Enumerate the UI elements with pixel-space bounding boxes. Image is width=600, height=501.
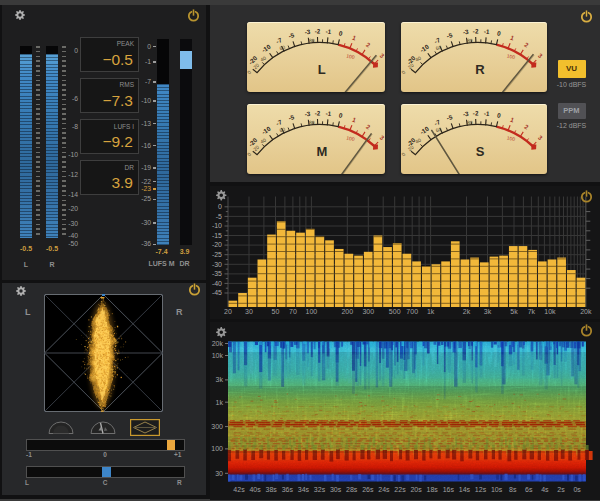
svg-text:-10: -10 <box>260 124 272 135</box>
svg-text:60: 60 <box>435 43 442 50</box>
svg-text:40s: 40s <box>249 486 261 493</box>
svg-text:40: 40 <box>259 54 267 62</box>
svg-text:L: L <box>318 61 326 76</box>
svg-text:100: 100 <box>506 52 516 60</box>
svg-text:70: 70 <box>289 308 297 315</box>
svg-text:100: 100 <box>346 134 356 142</box>
svg-text:R: R <box>475 61 485 76</box>
svg-text:-1: -1 <box>484 27 491 34</box>
svg-text:-3: -3 <box>304 27 311 35</box>
svg-text:2: 2 <box>365 40 372 48</box>
svg-text:2: 2 <box>523 122 530 130</box>
svg-text:20: 20 <box>224 308 232 315</box>
svg-text:10k: 10k <box>212 351 224 358</box>
svg-text:0: 0 <box>401 69 407 75</box>
svg-text:-1: -1 <box>325 109 332 116</box>
svg-text:40: 40 <box>414 136 422 144</box>
svg-text:200: 200 <box>341 308 353 315</box>
svg-text:-1: -1 <box>484 109 491 116</box>
svg-text:38s: 38s <box>266 486 278 493</box>
svg-text:30: 30 <box>245 308 253 315</box>
svg-text:6s: 6s <box>525 486 533 493</box>
svg-text:4s: 4s <box>541 486 549 493</box>
svg-text:8s: 8s <box>509 486 517 493</box>
svg-text:S: S <box>476 143 485 158</box>
svg-text:-2: -2 <box>314 27 320 34</box>
svg-text:-10: -10 <box>419 42 431 53</box>
svg-text:0: 0 <box>338 29 343 37</box>
svg-text:M: M <box>316 143 327 158</box>
svg-text:1: 1 <box>351 33 357 41</box>
svg-text:-10: -10 <box>212 222 222 229</box>
svg-text:-2: -2 <box>473 27 479 34</box>
svg-text:14s: 14s <box>459 486 471 493</box>
svg-text:-5: -5 <box>446 31 454 39</box>
svg-text:-5: -5 <box>287 113 295 121</box>
svg-text:-3: -3 <box>462 27 469 35</box>
svg-text:0: 0 <box>247 151 252 157</box>
svg-text:24s: 24s <box>378 486 390 493</box>
svg-text:10k: 10k <box>544 308 556 315</box>
svg-text:12s: 12s <box>475 486 487 493</box>
svg-text:30s: 30s <box>330 486 342 493</box>
svg-text:1: 1 <box>351 115 357 123</box>
svg-text:0: 0 <box>497 29 502 37</box>
svg-text:80: 80 <box>467 119 473 125</box>
svg-text:60: 60 <box>435 125 442 132</box>
svg-text:-25: -25 <box>212 250 222 257</box>
svg-text:36s: 36s <box>282 486 294 493</box>
svg-text:3: 3 <box>537 133 544 141</box>
svg-text:-10: -10 <box>419 124 431 135</box>
svg-text:10s: 10s <box>491 486 503 493</box>
svg-text:-15: -15 <box>212 231 222 238</box>
svg-text:7k: 7k <box>528 308 536 315</box>
svg-text:2: 2 <box>365 122 372 130</box>
svg-text:40: 40 <box>414 54 422 62</box>
svg-text:3k: 3k <box>216 376 224 383</box>
svg-text:1k: 1k <box>216 398 224 405</box>
svg-text:1: 1 <box>510 33 516 41</box>
svg-text:22s: 22s <box>394 486 406 493</box>
svg-text:1k: 1k <box>427 308 435 315</box>
svg-text:0: 0 <box>338 111 343 119</box>
svg-text:28s: 28s <box>346 486 358 493</box>
svg-text:34s: 34s <box>298 486 310 493</box>
svg-text:-10: -10 <box>260 42 272 53</box>
svg-text:300: 300 <box>362 308 374 315</box>
svg-text:30: 30 <box>215 469 223 476</box>
svg-text:5k: 5k <box>510 308 518 315</box>
svg-text:0: 0 <box>247 69 252 75</box>
svg-text:-2: -2 <box>314 109 320 116</box>
svg-text:-5: -5 <box>216 212 222 219</box>
svg-text:-20: -20 <box>212 241 222 248</box>
svg-text:-35: -35 <box>212 270 222 277</box>
svg-text:3: 3 <box>379 51 385 59</box>
svg-text:3k: 3k <box>484 308 492 315</box>
svg-text:500: 500 <box>389 308 401 315</box>
svg-text:1: 1 <box>510 115 516 123</box>
svg-text:3: 3 <box>379 133 385 141</box>
svg-text:80: 80 <box>309 119 315 125</box>
svg-text:-5: -5 <box>446 113 454 121</box>
svg-text:-45: -45 <box>212 289 222 296</box>
svg-text:-40: -40 <box>212 279 222 286</box>
svg-text:40: 40 <box>259 136 267 144</box>
svg-text:80: 80 <box>467 37 473 43</box>
svg-text:100: 100 <box>211 445 223 452</box>
svg-text:0: 0 <box>401 151 407 157</box>
svg-text:-30: -30 <box>212 260 222 267</box>
svg-text:3: 3 <box>537 51 544 59</box>
svg-text:100: 100 <box>346 52 356 60</box>
svg-text:0: 0 <box>497 111 502 119</box>
svg-text:50: 50 <box>272 308 280 315</box>
svg-text:18s: 18s <box>427 486 439 493</box>
svg-text:-5: -5 <box>287 31 295 39</box>
svg-text:20k: 20k <box>580 308 592 315</box>
svg-text:16s: 16s <box>443 486 455 493</box>
svg-text:100: 100 <box>506 134 516 142</box>
svg-text:32s: 32s <box>314 486 326 493</box>
svg-text:42s: 42s <box>233 486 245 493</box>
svg-text:20s: 20s <box>410 486 422 493</box>
svg-text:0s: 0s <box>573 486 581 493</box>
svg-text:80: 80 <box>309 37 315 43</box>
